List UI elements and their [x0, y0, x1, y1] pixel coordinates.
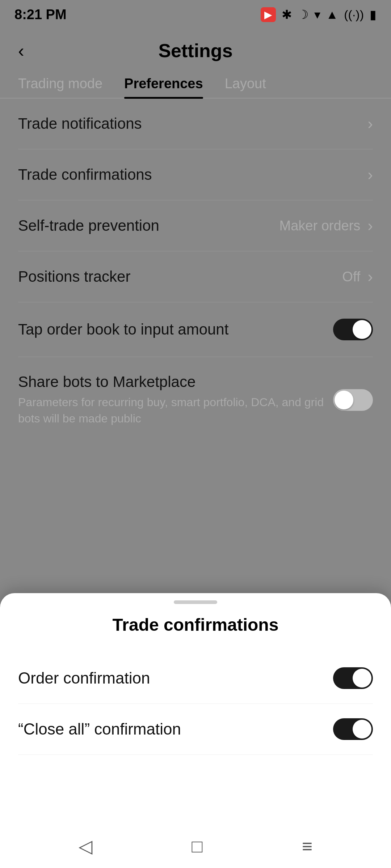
sheet-handle [174, 600, 217, 604]
settings-item-left: Positions tracker [18, 268, 342, 285]
settings-item-left: Trade confirmations [18, 166, 367, 183]
settings-item-right [333, 319, 373, 340]
settings-item-right: › [367, 166, 373, 184]
battery-icon: ▮ [370, 7, 377, 22]
settings-panel: ‹ Settings Trading mode Preferences Layo… [0, 29, 391, 458]
toggle-knob [353, 320, 371, 339]
signal-icon: ▲ [326, 8, 339, 22]
wifi2-icon: ((·)) [344, 8, 364, 22]
settings-item-trade-notifications[interactable]: Trade notifications › [18, 98, 373, 149]
status-bar: 8:21 PM ▶ ✱ ☽ ▾ ▲ ((·)) ▮ [0, 0, 391, 29]
sheet-title: Trade confirmations [18, 615, 373, 635]
settings-item-right: Maker orders › [279, 217, 373, 235]
chevron-icon: › [367, 217, 373, 235]
settings-item-sublabel: Parameters for recurring buy, smart port… [18, 394, 333, 427]
settings-item-left: Tap order book to input amount [18, 321, 333, 338]
settings-item-label: Self-trade prevention [18, 217, 159, 234]
settings-item-right [333, 389, 373, 411]
settings-item-right: Off › [342, 268, 373, 286]
settings-item-left: Trade notifications [18, 115, 367, 132]
share-bots-toggle[interactable] [333, 389, 373, 411]
sheet-item-label: Order confirmation [18, 669, 150, 687]
settings-item-trade-confirmations[interactable]: Trade confirmations › [18, 149, 373, 200]
back-button[interactable]: ‹ [18, 40, 24, 61]
settings-list: Trade notifications › Trade confirmation… [0, 98, 391, 443]
chevron-icon: › [367, 268, 373, 286]
settings-item-label: Trade confirmations [18, 166, 152, 183]
settings-item-self-trade-prevention[interactable]: Self-trade prevention Maker orders › [18, 200, 373, 251]
settings-item-positions-tracker[interactable]: Positions tracker Off › [18, 251, 373, 302]
settings-value: Maker orders [279, 218, 361, 234]
sheet-item-label: “Close all” confirmation [18, 720, 181, 738]
settings-item-left: Self-trade prevention [18, 217, 279, 234]
bottom-sheet: Trade confirmations Order confirmation “… [0, 593, 391, 868]
tab-layout[interactable]: Layout [225, 76, 266, 98]
close-all-confirmation-toggle[interactable] [333, 718, 373, 740]
settings-item-label: Share bots to Marketplace [18, 373, 196, 390]
moon-icon: ☽ [298, 7, 308, 22]
recording-icon: ▶ [261, 7, 276, 22]
status-time: 8:21 PM [14, 7, 67, 22]
settings-value: Off [342, 269, 360, 285]
nav-home-button[interactable]: □ [192, 836, 202, 857]
nav-bar: ◁ □ ≡ [0, 825, 391, 868]
bluetooth-icon: ✱ [282, 7, 292, 22]
tab-trading-mode[interactable]: Trading mode [18, 76, 102, 98]
toggle-knob [353, 669, 371, 688]
order-confirmation-toggle[interactable] [333, 667, 373, 689]
chevron-icon: › [367, 115, 373, 133]
status-icons: ▶ ✱ ☽ ▾ ▲ ((·)) ▮ [261, 7, 377, 22]
page-title: Settings [158, 40, 232, 61]
settings-item-label: Positions tracker [18, 268, 130, 285]
tap-order-book-toggle[interactable] [333, 319, 373, 340]
tabs-bar: Trading mode Preferences Layout [0, 72, 391, 98]
settings-item-share-bots: Share bots to Marketplace Parameters for… [18, 357, 373, 443]
tab-preferences[interactable]: Preferences [124, 76, 203, 98]
wifi-icon: ▾ [314, 7, 320, 22]
header: ‹ Settings [0, 29, 391, 72]
nav-back-button[interactable]: ◁ [79, 836, 92, 857]
sheet-item-order-confirmation: Order confirmation [18, 653, 373, 704]
nav-menu-button[interactable]: ≡ [302, 836, 312, 857]
settings-item-label: Tap order book to input amount [18, 321, 228, 338]
sheet-item-close-all-confirmation: “Close all” confirmation [18, 704, 373, 755]
settings-item-label: Trade notifications [18, 115, 142, 132]
toggle-knob [353, 720, 371, 739]
settings-item-right: › [367, 115, 373, 133]
toggle-knob [335, 391, 353, 409]
settings-item-left: Share bots to Marketplace Parameters for… [18, 373, 333, 427]
settings-item-tap-order-book: Tap order book to input amount [18, 302, 373, 357]
chevron-icon: › [367, 166, 373, 184]
